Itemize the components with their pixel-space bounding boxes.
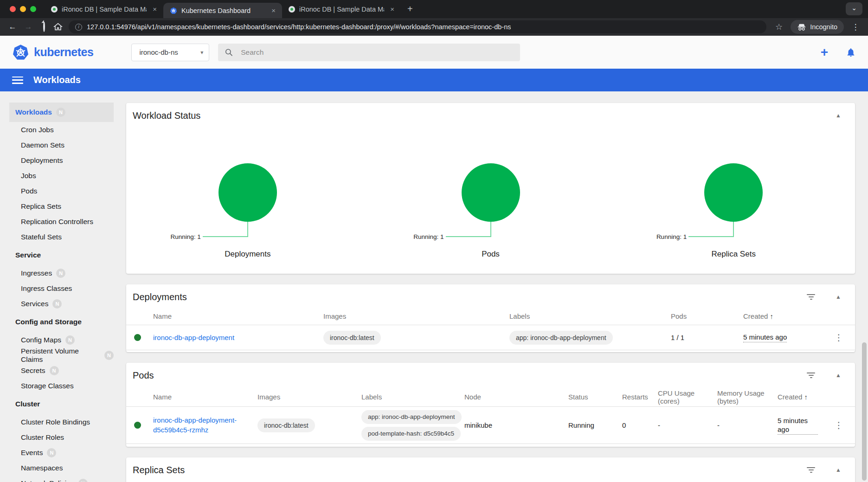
zoom-window-button[interactable] [30,6,36,12]
new-tab-button[interactable]: + [401,0,419,18]
sidebar-item-deployments[interactable]: Deployments [0,153,114,168]
row-menu-kebab-icon[interactable]: ⋮ [823,332,855,343]
chart-caption: Pods [369,250,612,259]
sidebar-item-pods[interactable]: Pods [0,183,114,199]
image-chip: ironoc-db:latest [257,418,315,432]
column-header-created[interactable]: Created↑ [778,393,823,401]
sidebar-item-storage-classes[interactable]: Storage Classes [0,378,114,393]
main-content: Workload Status ▲ Running: 1 Deployments [114,91,868,482]
browser-tab-3[interactable]: iRonoc DB | Sample Data Mar × [282,0,401,18]
filter-icon[interactable] [807,294,815,300]
kubernetes-logo [12,44,29,61]
namespace-selector[interactable]: ironoc-db-ns ▾ [131,44,209,61]
browser-toolbar: ← → i 127.0.0.1:54976/api/v1/namespaces/… [0,18,868,36]
ironoc-favicon [289,6,295,13]
sidebar-item-namespaces[interactable]: Namespaces [0,460,114,476]
pod-name-link[interactable]: ironoc-db-app-deployment-d5c59b4c5-rzmhz [153,416,242,435]
new-badge: N [65,335,75,345]
row-menu-kebab-icon[interactable]: ⋮ [823,420,855,431]
sidebar-item-cron-jobs[interactable]: Cron Jobs [0,122,114,137]
search-bar[interactable] [218,44,520,61]
column-header-images[interactable]: Images [257,393,361,401]
column-header-restarts[interactable]: Restarts [622,393,658,401]
forward-icon[interactable]: → [21,22,35,32]
back-icon[interactable]: ← [6,22,19,32]
close-tab-icon[interactable]: × [151,5,159,13]
sidebar-group-config-and-storage: Config and Storage [0,314,114,329]
brand-wordmark: kubernetes [34,45,93,59]
column-header-name[interactable]: Name [153,393,257,401]
column-header-memory[interactable]: Memory Usage (bytes) [717,389,778,405]
pods-card: Pods ▲ Name Images Labels Node Status Re… [126,363,855,447]
column-header-pods[interactable]: Pods [671,312,743,320]
table-header-row: Name Images Labels Pods Created↑ [126,308,855,325]
browser-tab-2-active[interactable]: Kubernetes Dashboard × [163,3,282,18]
home-icon[interactable] [53,22,63,32]
sidebar-group-cluster: Cluster [0,396,114,411]
site-info-icon[interactable]: i [75,24,82,31]
chart-caption: Replica Sets [612,250,855,259]
tab-search-button[interactable]: ⌄ [846,2,862,15]
bookmark-star-icon[interactable]: ☆ [772,22,786,32]
close-window-button[interactable] [10,6,16,12]
column-header-name[interactable]: Name [153,312,323,320]
pods-pie-chart: Running: 1 Pods [369,103,612,274]
minimize-window-button[interactable] [20,6,26,12]
replica-sets-card: Replica Sets ▲ Name Images Labels Pods C… [126,457,855,482]
collapse-icon[interactable]: ▲ [836,467,841,473]
column-header-node[interactable]: Node [464,393,568,401]
address-bar[interactable]: i 127.0.0.1:54976/api/v1/namespaces/kube… [69,20,766,33]
create-resource-icon[interactable]: + [821,46,828,59]
sidebar-item-replication-controllers[interactable]: Replication Controllers [0,214,114,229]
url-text: 127.0.0.1:54976/api/v1/namespaces/kubern… [87,23,511,31]
column-header-labels[interactable]: Labels [509,312,671,320]
sort-ascending-icon: ↑ [770,312,773,320]
column-header-cpu[interactable]: CPU Usage (cores) [658,389,717,405]
filter-icon[interactable] [807,467,815,473]
node-value: minikube [464,421,568,429]
table-header-row: Name Images Labels Node Status Restarts … [126,387,855,407]
sidebar-item-jobs[interactable]: Jobs [0,168,114,183]
reload-icon[interactable] [37,22,51,32]
pie-running-slice[interactable] [462,163,520,222]
sidebar-item-ingresses[interactable]: Ingresses N [0,265,114,281]
sidebar-item-persistent-volume-claims[interactable]: Persistent Volume Claims N [0,347,114,363]
close-tab-icon[interactable]: × [270,6,277,14]
browser-tab-1[interactable]: iRonoc DB | Sample Data Man × [45,0,163,18]
sidebar-item-network-policies[interactable]: Network Policies N [0,476,114,482]
pie-annotation: Running: 1 [413,233,444,240]
sidebar-item-secrets[interactable]: Secrets N [0,363,114,378]
image-chip: ironoc-db:latest [323,331,381,345]
incognito-badge: Incognito [791,20,844,34]
page-scrollbar[interactable] [862,342,867,481]
browser-menu-icon[interactable]: ⋮ [849,22,862,32]
column-header-created[interactable]: Created↑ [743,312,823,320]
new-badge: N [50,366,59,375]
sidebar-group-service: Service [0,247,114,263]
sidebar-item-stateful-sets[interactable]: Stateful Sets [0,229,114,244]
pie-running-slice[interactable] [219,163,277,222]
card-title: Deployments [133,292,187,302]
sidebar-item-cluster-roles[interactable]: Cluster Roles [0,430,114,445]
sidebar-item-services[interactable]: Services N [0,296,114,311]
column-header-labels[interactable]: Labels [361,393,464,401]
sidebar-item-cluster-role-bindings[interactable]: Cluster Role Bindings [0,414,114,430]
sidebar-item-daemon-sets[interactable]: Daemon Sets [0,137,114,153]
column-header-status[interactable]: Status [568,393,622,401]
column-header-images[interactable]: Images [323,312,509,320]
menu-hamburger-icon[interactable] [12,77,23,84]
sidebar-item-replica-sets[interactable]: Replica Sets [0,199,114,214]
sidebar-item-config-maps[interactable]: Config Maps N [0,332,114,347]
sidebar-item-events[interactable]: Events N [0,445,114,460]
filter-icon[interactable] [807,373,815,378]
collapse-icon[interactable]: ▲ [836,294,841,300]
close-tab-icon[interactable]: × [388,5,396,13]
notifications-bell-icon[interactable] [846,47,856,58]
deployment-name-link[interactable]: ironoc-db-app-deployment [153,334,234,341]
table-header-row: Name Images Labels Pods Created↑ [126,480,855,482]
collapse-icon[interactable]: ▲ [836,372,841,379]
pie-running-slice[interactable] [704,163,763,222]
sidebar-item-ingress-classes[interactable]: Ingress Classes [0,281,114,296]
sidebar-item-workloads[interactable]: Workloads N [9,103,114,122]
search-input[interactable] [241,48,514,57]
